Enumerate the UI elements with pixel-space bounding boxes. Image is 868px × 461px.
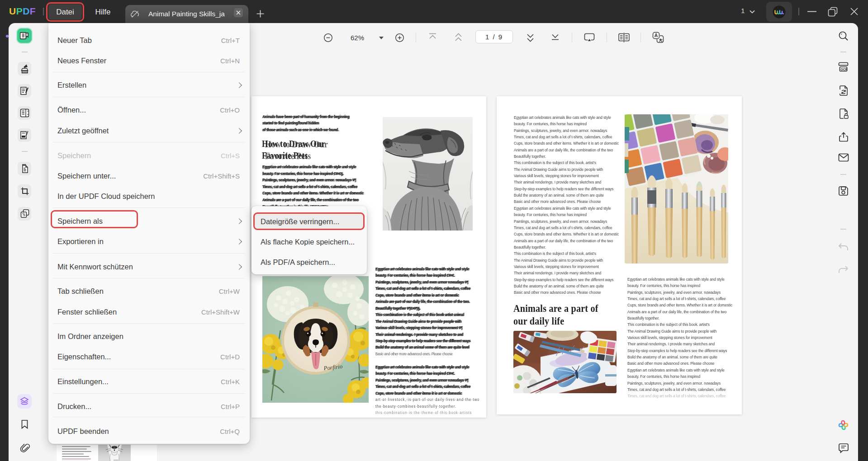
svg-text:OCR: OCR xyxy=(840,68,848,71)
